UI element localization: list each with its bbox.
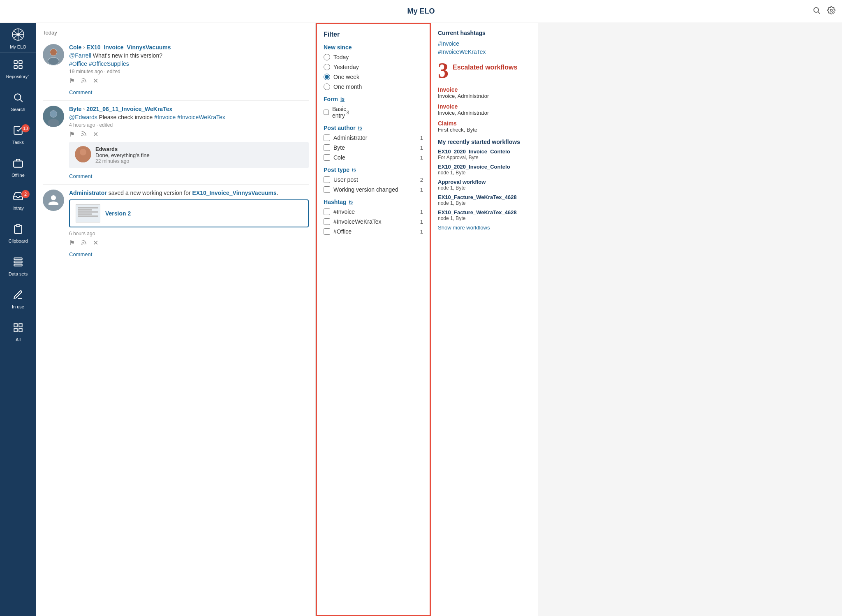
checkbox-hashtag-office[interactable] [324, 228, 330, 235]
repository-icon [13, 59, 23, 72]
rss-icon[interactable] [81, 77, 87, 85]
my-wf2-title[interactable]: EX10_2020_Invoice_Contelo [438, 164, 531, 170]
escalated-wf2-title[interactable]: Invoice [438, 103, 531, 110]
post-1-header: Cole › EX10_Invoice_VinnysVacuums [69, 44, 309, 51]
hashtag-invoice-count: 1 [420, 209, 423, 215]
filter-new-since-oneweek[interactable]: One week [324, 74, 423, 80]
filter-form-link[interactable]: is [340, 96, 345, 102]
checkbox-administrator[interactable] [324, 134, 330, 141]
filter-form-group: Basic entry 3 [324, 106, 423, 119]
filter-type-userpost: User post 2 [324, 176, 423, 183]
settings-icon[interactable] [827, 6, 835, 16]
rss-icon-2[interactable] [81, 130, 87, 139]
svg-point-29 [48, 58, 59, 65]
escalated-workflow-2: Invoice Invoice, Administrator [438, 103, 531, 116]
checkbox-cole[interactable] [324, 154, 330, 161]
post-2-doc[interactable]: 2021_06_11_Invoice_WeKraTex [86, 106, 172, 112]
my-workflow-5: EX10_Facture_WeKraTex_4628 node 1, Byte [438, 209, 531, 221]
intray-badge: 2 [21, 190, 30, 198]
filter-new-since-label: New since [324, 44, 423, 51]
sidebar-item-clipboard[interactable]: Clipboard [0, 217, 36, 250]
svg-rect-12 [14, 65, 17, 69]
checkbox-working-version[interactable] [324, 186, 330, 193]
post-1: Cole › EX10_Invoice_VinnysVacuums @Farre… [43, 39, 309, 101]
my-wf2-sub: node 1, Byte [438, 170, 531, 176]
my-wf3-title[interactable]: Approval workflow [438, 179, 531, 185]
flag-icon-2[interactable]: ⚑ [69, 130, 75, 139]
svg-rect-18 [14, 258, 22, 259]
post-1-doc[interactable]: EX10_Invoice_VinnysVacuums [86, 44, 171, 51]
userpost-count: 2 [420, 177, 423, 183]
hashtag-invoicewekratex-count: 1 [420, 219, 423, 225]
sidebar-item-repository[interactable]: Repository1 [0, 53, 36, 86]
my-wf4-title[interactable]: EX10_Facture_WeKraTex_4628 [438, 194, 531, 200]
radio-oneweek[interactable] [324, 74, 330, 80]
working-version-count: 1 [420, 187, 423, 193]
sidebar-item-tasks[interactable]: 13 Tasks [0, 118, 36, 151]
search-sidebar-icon [13, 92, 23, 104]
filter-form-label: Form is [324, 96, 423, 102]
reply-time: 22 minutes ago [95, 158, 150, 164]
right-panel: Current hashtags #Invoice #InvoiceWeKraT… [431, 23, 538, 616]
escalated-wf3-sub: First check, Byte [438, 127, 531, 133]
radio-yesterday[interactable] [324, 64, 330, 70]
checkbox-userpost[interactable] [324, 176, 330, 183]
svg-point-30 [82, 82, 82, 82]
basic-entry-count: 3 [346, 109, 423, 116]
hashtag-invoicewekratex-label: #InvoiceWeKraTex [333, 218, 420, 225]
post-2-comment[interactable]: Comment [69, 173, 92, 179]
filter-post-type-link[interactable]: is [352, 167, 356, 173]
filter-hashtag-link[interactable]: is [349, 199, 353, 205]
sidebar-item-all[interactable]: All [0, 316, 36, 349]
checkbox-hashtag-invoice[interactable] [324, 208, 330, 215]
filter-new-since-today[interactable]: Today [324, 54, 423, 60]
sidebar-logo[interactable]: My ELO [0, 23, 36, 53]
filter-post-type-label: Post type is [324, 167, 423, 173]
working-version-label: Working version changed [333, 186, 420, 193]
checkbox-byte[interactable] [324, 144, 330, 151]
svg-point-0 [814, 7, 819, 12]
post-1-author[interactable]: Cole [69, 44, 81, 51]
post-3-doc[interactable]: EX10_Invoice_VinnysVacuums [192, 190, 277, 196]
filter-author-byte: Byte 1 [324, 144, 423, 151]
all-icon [13, 322, 23, 335]
post-2-author[interactable]: Byte [69, 106, 81, 112]
my-wf5-title[interactable]: EX10_Facture_WeKraTex_4628 [438, 209, 531, 215]
sidebar-tasks-label: Tasks [12, 140, 24, 145]
sidebar-item-datasets[interactable]: Data sets [0, 250, 36, 283]
close-icon-2[interactable]: ✕ [93, 130, 98, 139]
post-1-body: Cole › EX10_Invoice_VinnysVacuums @Farre… [69, 44, 309, 95]
flag-icon-3[interactable]: ⚑ [69, 239, 75, 247]
hashtag-invoice-link[interactable]: #Invoice [438, 40, 531, 47]
post-3-actions: ⚑ ✕ [69, 239, 309, 247]
escalated-wf3-title[interactable]: Claims [438, 120, 531, 127]
show-more-workflows[interactable]: Show more workflows [438, 225, 531, 231]
administrator-label: Administrator [333, 134, 420, 141]
sidebar-item-offline[interactable]: Offline [0, 151, 36, 184]
escalated-wf1-title[interactable]: Invoice [438, 86, 531, 93]
rss-icon-3[interactable] [81, 239, 87, 247]
post-1-comment[interactable]: Comment [69, 89, 92, 95]
close-icon[interactable]: ✕ [93, 77, 98, 85]
filter-author-administrator: Administrator 1 [324, 134, 423, 141]
filter-new-since-onemonth[interactable]: One month [324, 83, 423, 90]
filter-post-author-link[interactable]: is [358, 125, 362, 131]
checkbox-hashtag-invoicewekratex[interactable] [324, 218, 330, 225]
filter-new-since-yesterday[interactable]: Yesterday [324, 64, 423, 70]
search-icon[interactable] [812, 6, 821, 16]
flag-icon[interactable]: ⚑ [69, 77, 75, 85]
close-icon-3[interactable]: ✕ [93, 239, 98, 247]
hashtag-invoicewekratex-link[interactable]: #InvoiceWeKraTex [438, 49, 531, 55]
post-2-avatar [43, 106, 64, 127]
sidebar-item-intray[interactable]: 2 Intray [0, 184, 36, 217]
version-card[interactable]: Version 2 [69, 199, 309, 227]
my-wf1-title[interactable]: EX10_2020_Invoice_Contelo [438, 148, 531, 155]
sidebar-item-inuse[interactable]: In use [0, 283, 36, 316]
post-3-comment[interactable]: Comment [69, 251, 92, 257]
radio-today[interactable] [324, 54, 330, 60]
sidebar-item-search[interactable]: Search [0, 86, 36, 118]
post-1-avatar [43, 44, 64, 65]
radio-onemonth[interactable] [324, 83, 330, 90]
checkbox-basic-entry[interactable] [324, 109, 329, 116]
filter-form-basic-entry: Basic entry 3 [324, 106, 423, 119]
